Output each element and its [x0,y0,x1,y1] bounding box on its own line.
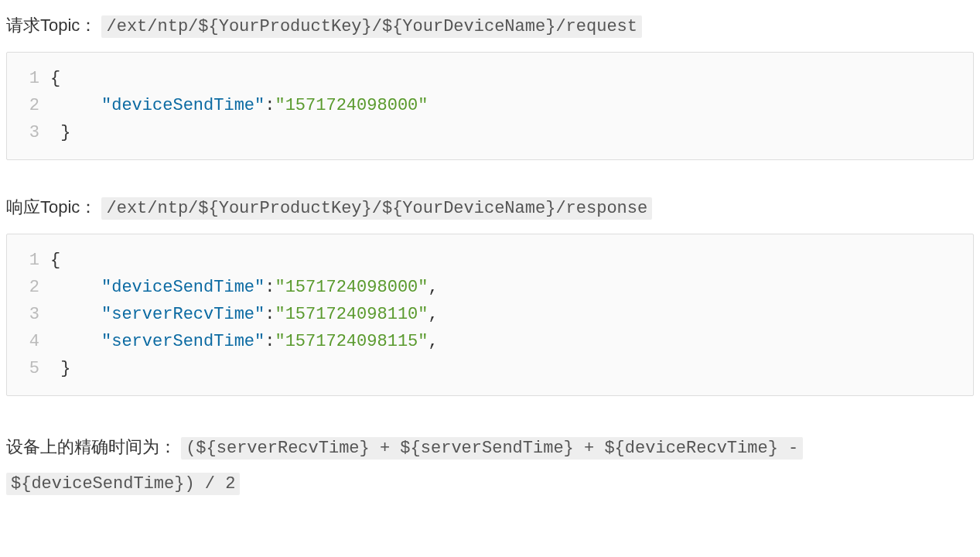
code-token: "serverSendTime" [101,332,265,351]
code-token: { [50,251,60,270]
code-token: , [429,305,439,324]
line-number: 4 [18,328,50,355]
code-line: 2 "deviceSendTime":"1571724098000", [18,274,962,301]
code-token: "deviceSendTime" [101,278,265,297]
code-token: } [50,123,70,142]
code-line: 5 } [18,355,962,382]
code-token: "1571724098000" [275,96,428,115]
code-token: } [50,359,70,378]
code-token: : [265,332,275,351]
formula-code-part2: ${deviceSendTime}) / 2 [6,473,240,495]
line-number: 1 [18,247,50,274]
code-token: "1571724098115" [275,332,428,351]
code-token [50,332,101,351]
code-token: : [265,305,275,324]
request-topic-label: 请求Topic： [6,15,97,35]
code-line: 4 "serverSendTime":"1571724098115", [18,328,962,355]
line-number: 2 [18,274,50,301]
code-token: , [429,332,439,351]
request-topic-line: 请求Topic： /ext/ntp/${YourProductKey}/${Yo… [6,12,974,39]
response-topic-label: 响应Topic： [6,197,97,217]
code-token: , [429,278,439,297]
request-code-block: 1{2 "deviceSendTime":"1571724098000"3 } [6,52,974,160]
code-token [50,278,101,297]
code-token: : [265,278,275,297]
code-line: 1{ [18,65,962,92]
code-line: 3 "serverRecvTime":"1571724098110", [18,301,962,328]
code-token: "serverRecvTime" [101,305,265,324]
response-code-block: 1{2 "deviceSendTime":"1571724098000",3 "… [6,234,974,396]
code-line: 1{ [18,247,962,274]
request-topic-code: /ext/ntp/${YourProductKey}/${YourDeviceN… [101,15,642,38]
line-number: 2 [18,92,50,119]
line-number: 3 [18,301,50,328]
code-token: { [50,69,60,88]
code-line: 3 } [18,119,962,146]
code-token [50,96,101,115]
code-token: : [265,96,275,115]
code-token: "1571724098000" [275,278,428,297]
line-number: 1 [18,65,50,92]
formula-code-part1: (${serverRecvTime} + ${serverSendTime} +… [181,437,803,460]
line-number: 3 [18,119,50,146]
line-number: 5 [18,355,50,382]
formula-label: 设备上的精确时间为： [6,437,176,456]
code-line: 2 "deviceSendTime":"1571724098000" [18,92,962,119]
code-token [50,305,101,324]
response-topic-code: /ext/ntp/${YourProductKey}/${YourDeviceN… [101,197,652,220]
formula-line: 设备上的精确时间为： (${serverRecvTime} + ${server… [6,430,974,501]
response-topic-line: 响应Topic： /ext/ntp/${YourProductKey}/${Yo… [6,194,974,221]
code-token: "deviceSendTime" [101,96,265,115]
code-token: "1571724098110" [275,305,428,324]
